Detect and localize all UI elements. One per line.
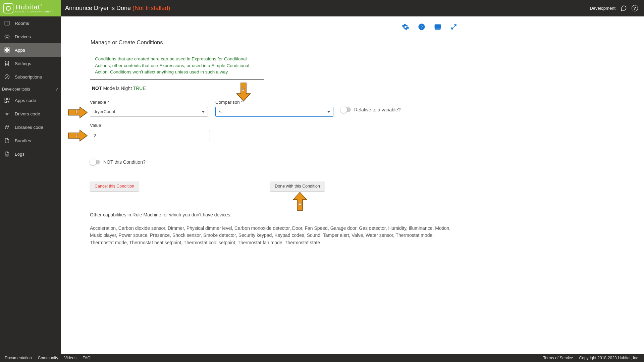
chat-icon[interactable] (620, 5, 627, 12)
gear-icon[interactable] (402, 23, 409, 31)
variable-select[interactable]: dryerCount (90, 107, 208, 117)
page-title-text: Announce Dryer is Done (65, 5, 132, 11)
settings-icon (4, 60, 10, 66)
svg-line-7 (5, 35, 6, 36)
svg-line-10 (5, 38, 6, 39)
annotation-arrow-1: 1 (68, 106, 87, 118)
comparison-select[interactable]: < (215, 107, 333, 117)
svg-rect-11 (5, 48, 6, 49)
dev-tools-label: Developer tools (2, 87, 30, 92)
sidebar: Rooms Devices Apps Settings Subscription… (0, 16, 61, 354)
sidebar-item-apps[interactable]: Apps (0, 43, 61, 57)
main-content: ? Manage or Create Conditions Conditions… (61, 16, 644, 354)
svg-line-9 (8, 35, 9, 36)
value-label: Value (90, 123, 462, 128)
sidebar-item-devices[interactable]: Devices (0, 30, 61, 43)
footer-link-community[interactable]: Community (38, 356, 58, 360)
done-condition-button[interactable]: Done with this Condition (270, 182, 325, 191)
chevron-down-icon (327, 111, 330, 113)
expand-icon[interactable] (450, 23, 458, 31)
svg-rect-12 (8, 48, 9, 49)
sidebar-item-label: Libraries code (15, 125, 43, 130)
not-condition-label: NOT this Condition? (103, 159, 146, 165)
drivers-code-icon (4, 111, 10, 117)
sidebar-item-label: Apps code (15, 98, 36, 103)
help-circle-icon[interactable]: ? (418, 23, 425, 31)
variable-value: dryerCount (94, 109, 115, 114)
svg-text:?: ? (420, 24, 423, 30)
svg-rect-22 (5, 98, 6, 100)
footer-tos[interactable]: Terms of Service (543, 356, 573, 360)
arrow-number: 1 (75, 110, 77, 114)
install-status: (Not Installed) (132, 5, 170, 11)
svg-point-2 (6, 36, 8, 38)
rooms-icon (4, 20, 10, 26)
comparison-field: Comparison * < (215, 100, 333, 117)
monitor-icon[interactable] (434, 23, 441, 31)
sidebar-item-label: Devices (15, 34, 31, 39)
comparison-value: < (219, 109, 222, 114)
collapse-icon[interactable]: ⤢ (55, 87, 58, 92)
config-card: ? Manage or Create Conditions Conditions… (85, 17, 467, 260)
card-toolbar: ? (402, 23, 458, 31)
registered-icon: ® (41, 4, 43, 7)
sidebar-item-label: Bundles (15, 138, 31, 143)
footer-copyright: Copyright 2018-2023 Hubitat, Inc. (579, 356, 639, 360)
chevron-down-icon (202, 111, 205, 113)
sidebar-item-rooms[interactable]: Rooms (0, 16, 61, 30)
sidebar-item-label: Settings (15, 61, 31, 66)
svg-rect-24 (5, 101, 6, 103)
page-title: Announce Dryer is Done (Not Installed) (65, 5, 170, 12)
sidebar-item-label: Rooms (15, 21, 29, 26)
svg-marker-41 (293, 192, 307, 210)
cancel-condition-button[interactable]: Cancel this Condition (90, 182, 139, 191)
section-heading: Manage or Create Conditions (91, 39, 462, 46)
footer: Documentation Community Videos FAQ Terms… (0, 354, 644, 362)
svg-line-8 (8, 38, 9, 39)
value-input[interactable] (90, 130, 210, 141)
logo-icon (3, 3, 13, 13)
svg-marker-38 (68, 107, 87, 118)
svg-point-18 (7, 64, 8, 65)
footer-link-documentation[interactable]: Documentation (5, 356, 32, 360)
arrow-number: 4 (299, 202, 301, 206)
other-capabilities-heading: Other capabilities in Rule Machine for w… (90, 212, 462, 217)
not-prefix: NOT (92, 86, 102, 91)
brand-tagline: ELEVATE YOUR ENVIRONMENT (15, 11, 53, 13)
sidebar-item-bundles[interactable]: Bundles (0, 134, 61, 147)
sidebar-item-drivers-code[interactable]: Drivers code (0, 107, 61, 120)
svg-point-16 (5, 62, 6, 63)
sidebar-item-label: Subscriptions (15, 74, 42, 80)
apps-code-icon (4, 97, 10, 103)
environment-label: Development (590, 6, 615, 11)
sidebar-item-label: Drivers code (15, 111, 40, 116)
annotation-arrow-3: 3 (68, 130, 87, 141)
value-field: 3 Value (90, 123, 462, 141)
svg-marker-40 (68, 130, 87, 141)
subscriptions-icon (4, 74, 10, 80)
sidebar-item-settings[interactable]: Settings (0, 57, 61, 70)
dev-tools-header[interactable]: Developer tools ⤢ (0, 84, 61, 94)
footer-link-videos[interactable]: Videos (64, 356, 76, 360)
help-icon[interactable]: ? (632, 5, 638, 11)
libraries-code-icon (4, 124, 10, 130)
sidebar-item-label: Logs (15, 152, 24, 157)
sidebar-item-apps-code[interactable]: Apps code (0, 94, 61, 107)
annotation-arrow-4: 4 (292, 192, 307, 211)
app-header: Hubitat ® ELEVATE YOUR ENVIRONMENT Annou… (0, 0, 644, 16)
sidebar-item-libraries-code[interactable]: Libraries code (0, 120, 61, 134)
brand-logo[interactable]: Hubitat ® ELEVATE YOUR ENVIRONMENT (0, 0, 61, 16)
sidebar-item-subscriptions[interactable]: Subscriptions (0, 70, 61, 84)
comparison-label: Comparison * (215, 100, 333, 105)
annotation-arrow-2: 2 (236, 82, 251, 102)
not-condition-toggle[interactable] (90, 160, 100, 164)
relative-label: Relative to a variable? (354, 107, 401, 112)
footer-link-faq[interactable]: FAQ (83, 356, 91, 360)
existing-condition: NOT Mode is Night TRUE (92, 86, 462, 91)
variable-label: Variable * (90, 100, 208, 105)
other-capabilities-list: Acceleration, Carbon dioxide sensor, Dim… (90, 225, 452, 247)
relative-toggle[interactable] (341, 107, 351, 112)
sidebar-item-logs[interactable]: Logs (0, 147, 61, 161)
condition-text: Mode is Night (102, 86, 133, 91)
logs-icon (4, 151, 10, 157)
